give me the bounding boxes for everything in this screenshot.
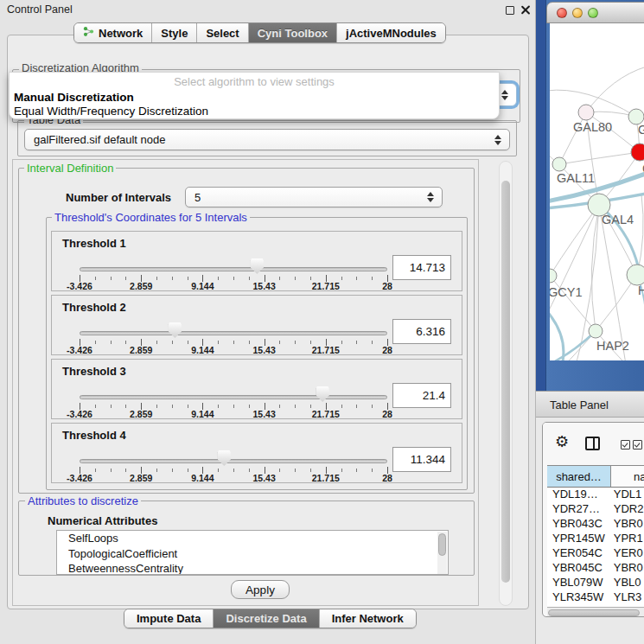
gear-icon[interactable]: ⚙ [555, 434, 569, 450]
attribute-list-item[interactable]: SelfLoops [57, 531, 448, 546]
table-row[interactable]: YPR145WYPR1 [547, 532, 644, 546]
network-node-label: GAL11 [557, 171, 595, 185]
slider-tick-labels: -3.4262.8599.14415.4321.71528 [80, 281, 387, 291]
threshold-1-slider-track[interactable] [80, 267, 387, 271]
threshold-2-panel: Threshold 2 -3.4262.8599.14415.4321.7152… [51, 295, 462, 355]
network-node-label: GAL4 [602, 213, 634, 226]
network-edge[interactable] [599, 205, 629, 360]
tab-impute-data[interactable]: Impute Data [124, 609, 214, 628]
table-body[interactable]: YDL19…YDL1YDR27…YDR2YBR043CYBR0YPR145WYP… [547, 488, 644, 607]
tab-infer-network[interactable]: Infer Network [320, 609, 416, 628]
panel-scrollbar-thumb[interactable] [501, 181, 510, 583]
table-horizontal-scrollbar[interactable] [547, 607, 644, 617]
combo-stepper-icon [494, 135, 501, 145]
threshold-2-slider-track[interactable] [80, 331, 387, 335]
panel-scrollbar[interactable] [499, 161, 513, 606]
threshold-4-slider-handle[interactable] [218, 450, 231, 466]
network-node-HAP2-node[interactable] [589, 324, 603, 338]
dropdown-hint: Select algorithm to view settings [10, 75, 499, 88]
table-row[interactable]: YLR345WYLR3 [547, 590, 644, 605]
threshold-3-label: Threshold 3 [62, 365, 126, 378]
threshold-2-value-field[interactable]: 6.316 [392, 319, 451, 344]
network-edge[interactable] [586, 67, 644, 112]
dropdown-option-equal-width[interactable]: Equal Width/Frequency Discretization [14, 105, 208, 118]
tab-network[interactable]: Network [74, 23, 152, 42]
control-panel-tabs: Network Style Select Cyni Toolbox jActiv… [73, 22, 446, 43]
network-node-H-node[interactable] [627, 265, 644, 285]
network-view-window: GAL80GACGAL11GAL4GCY1HHAP2 [545, 0, 644, 391]
slider-tick-labels: -3.4262.8599.14415.4321.71528 [80, 345, 387, 355]
cyni-mode-tabs: Impute Data Discretize Data Infer Networ… [124, 609, 417, 628]
table-toolbar: ⚙ [543, 423, 644, 465]
control-panel-titlebar: Control Panel [0, 0, 536, 19]
panel-title: Control Panel [7, 3, 73, 16]
network-node-label: HAP2 [596, 339, 629, 353]
dropdown-option-manual[interactable]: Manual Discretization [14, 91, 134, 104]
tab-jactivemnodules[interactable]: jActiveMNodules [337, 23, 445, 42]
threshold-3-slider-track[interactable] [80, 395, 387, 399]
network-edge[interactable] [559, 152, 640, 164]
network-canvas[interactable]: GAL80GACGAL11GAL4GCY1HHAP2 [550, 23, 644, 360]
threshold-3-value-field[interactable]: 21.4 [392, 383, 451, 408]
tab-discretize-data[interactable]: Discretize Data [214, 609, 319, 628]
split-table-icon[interactable] [585, 437, 600, 450]
minimize-traffic-light-icon[interactable] [572, 8, 583, 18]
network-node-GCY1-node[interactable] [550, 269, 557, 283]
table-row[interactable]: YDL19…YDL1 [547, 488, 644, 502]
column-header-shared-name[interactable]: shared… [547, 466, 611, 487]
network-icon [83, 26, 94, 40]
network-edge[interactable] [550, 310, 564, 360]
threshold-1-label: Threshold 1 [62, 237, 126, 250]
network-node-GAL11-node[interactable] [552, 157, 566, 171]
threshold-1-value-field[interactable]: 14.713 [392, 255, 451, 280]
network-node-red-node[interactable] [631, 143, 644, 161]
table-panel-title: Table Panel [550, 399, 609, 411]
numerical-attributes-list[interactable]: SelfLoopsTopologicalCoefficientBetweenne… [56, 530, 449, 575]
network-edge[interactable] [550, 331, 596, 360]
close-traffic-light-icon[interactable] [557, 8, 567, 18]
table-data-combobox[interactable]: galFiltered.sif default node [24, 129, 510, 150]
table-panel-window: ⚙ shared… na YDL19…YDL1YDR27…YDR2YBR043C… [542, 422, 644, 617]
control-panel: Control Panel Network Style Select Cyni … [0, 0, 536, 644]
threshold-4-label: Threshold 4 [62, 429, 126, 442]
threshold-4-value-field[interactable]: 11.344 [392, 447, 451, 472]
number-of-intervals-combobox[interactable]: 5 [185, 187, 443, 207]
tab-cyni-toolbox[interactable]: Cyni Toolbox [249, 23, 337, 42]
threshold-2-slider-handle[interactable] [169, 322, 182, 338]
float-icon[interactable] [506, 6, 514, 15]
table-hscroll-thumb[interactable] [548, 609, 640, 616]
apply-button[interactable]: Apply [231, 580, 290, 599]
combo-stepper-icon [501, 90, 508, 100]
threshold-4-slider-track[interactable] [80, 459, 387, 463]
table-row[interactable]: YER054CYER0 [547, 546, 644, 561]
tab-style[interactable]: Style [152, 23, 197, 42]
attribute-list-item[interactable]: BetweennessCentrality [57, 561, 448, 575]
attributes-group-label: Attributes to discretize [25, 494, 141, 507]
right-pane: GAL80GACGAL11GAL4GCY1HHAP2 Table Panel ⚙… [536, 0, 644, 644]
tab-select[interactable]: Select [197, 23, 248, 42]
column-header-name[interactable]: na [611, 466, 644, 487]
algorithm-dropdown-popup: Select algorithm to view settings Manual… [9, 72, 500, 119]
slider-tick-labels: -3.4262.8599.14415.4321.71528 [80, 409, 387, 419]
cytoscape-desktop: GAL80GACGAL11GAL4GCY1HHAP2 [536, 0, 644, 391]
threshold-3-panel: Threshold 3 -3.4262.8599.14415.4321.7152… [51, 359, 462, 419]
table-row[interactable]: YDR27…YDR2 [547, 502, 644, 517]
attribute-list-item[interactable]: TopologicalCoefficient [57, 546, 448, 562]
network-window-titlebar[interactable] [546, 2, 644, 23]
checkbox-icon[interactable] [633, 440, 642, 450]
threshold-3-slider-handle[interactable] [316, 386, 329, 402]
table-row[interactable]: YBR045CYBR0 [547, 561, 644, 576]
combo-stepper-icon [427, 192, 434, 202]
table-row[interactable]: YBR043CYBR0 [547, 517, 644, 532]
table-row[interactable]: YBL079WYBL0 [547, 576, 644, 590]
table-panel-titlebar[interactable]: Table Panel [536, 391, 644, 418]
checkbox-icon[interactable] [621, 440, 630, 450]
numerical-attributes-label: Numerical Attributes [48, 514, 157, 527]
thresholds-group-label: Threshold's Coordinates for 5 Intervals [52, 211, 250, 224]
close-icon[interactable] [520, 5, 530, 15]
zoom-traffic-light-icon[interactable] [588, 8, 598, 18]
network-node-GAL80-node[interactable] [578, 105, 594, 120]
threshold-1-slider-handle[interactable] [251, 258, 264, 274]
number-of-intervals-label: Number of Intervals [66, 191, 171, 204]
attributes-list-scrollbar[interactable] [437, 532, 447, 575]
